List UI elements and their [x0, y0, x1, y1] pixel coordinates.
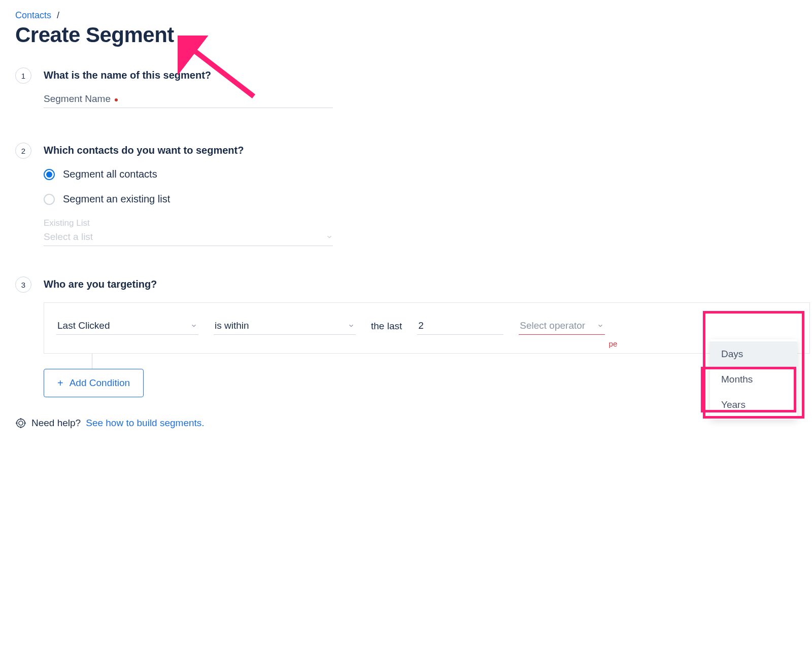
- svg-point-2: [19, 421, 23, 425]
- unit-dropdown-menu: Days Months Years: [710, 339, 797, 420]
- segment-name-label: Segment Name: [44, 93, 111, 104]
- step-2: 2 Which contacts do you want to segment?…: [15, 143, 797, 246]
- dropdown-option-days[interactable]: Days: [710, 341, 797, 367]
- step-2-title: Which contacts do you want to segment?: [44, 145, 797, 156]
- error-text-fragment: pe: [609, 339, 618, 348]
- existing-list-placeholder: Select a list: [44, 231, 93, 243]
- chevron-down-icon: [326, 233, 333, 240]
- step-1-title: What is the name of this segment?: [44, 70, 797, 81]
- radio-segment-all[interactable]: Segment all contacts: [44, 168, 797, 180]
- radio-icon-checked: [44, 169, 55, 180]
- existing-list-label: Existing List: [44, 218, 797, 228]
- chevron-down-icon: [190, 322, 197, 329]
- svg-point-1: [17, 419, 25, 428]
- breadcrumb-link-contacts[interactable]: Contacts: [15, 10, 51, 20]
- help-question: Need help?: [31, 418, 81, 429]
- condition-connector-line: [92, 354, 92, 369]
- radio-label-existing: Segment an existing list: [63, 193, 170, 205]
- segment-name-input[interactable]: Segment Name: [44, 93, 333, 108]
- step-1: 1 What is the name of this segment? Segm…: [15, 67, 797, 112]
- condition-operator-select[interactable]: is within: [214, 317, 356, 335]
- help-link[interactable]: See how to build segments.: [86, 418, 204, 429]
- chevron-down-icon: [597, 322, 604, 329]
- condition-unit-placeholder: Select operator: [520, 320, 585, 331]
- step-3-title: Who are you targeting?: [44, 279, 810, 290]
- help-footer: Need help? See how to build segments.: [15, 418, 797, 429]
- required-indicator: [115, 98, 118, 101]
- dropdown-option-years[interactable]: Years: [710, 392, 797, 418]
- condition-operator-value: is within: [215, 320, 249, 331]
- radio-segment-existing[interactable]: Segment an existing list: [44, 193, 797, 205]
- condition-field-select[interactable]: Last Clicked: [56, 317, 198, 335]
- condition-value-input[interactable]: 2: [417, 317, 503, 335]
- step-number-1: 1: [15, 67, 31, 84]
- condition-static-text: the last: [371, 321, 402, 335]
- breadcrumb-separator: /: [57, 10, 59, 20]
- chevron-down-icon: [348, 322, 355, 329]
- page-title: Create Segment: [15, 23, 797, 47]
- existing-list-select: Select a list: [44, 228, 333, 246]
- condition-unit-select[interactable]: Select operator pe: [519, 317, 605, 335]
- plus-icon: +: [57, 378, 63, 388]
- radio-icon-unchecked: [44, 194, 55, 205]
- dropdown-option-months[interactable]: Months: [710, 367, 797, 392]
- step-3: 3 Who are you targeting? Last Clicked is…: [15, 276, 797, 397]
- add-condition-button[interactable]: + Add Condition: [44, 369, 144, 397]
- condition-field-value: Last Clicked: [57, 320, 110, 331]
- target-icon: [15, 418, 26, 429]
- step-number-3: 3: [15, 276, 31, 293]
- step-number-2: 2: [15, 143, 31, 159]
- condition-box: Last Clicked is within the last 2 Select…: [44, 302, 810, 354]
- condition-value: 2: [418, 320, 424, 331]
- add-condition-label: Add Condition: [70, 377, 130, 389]
- radio-label-all: Segment all contacts: [63, 168, 157, 180]
- breadcrumb: Contacts /: [15, 10, 797, 21]
